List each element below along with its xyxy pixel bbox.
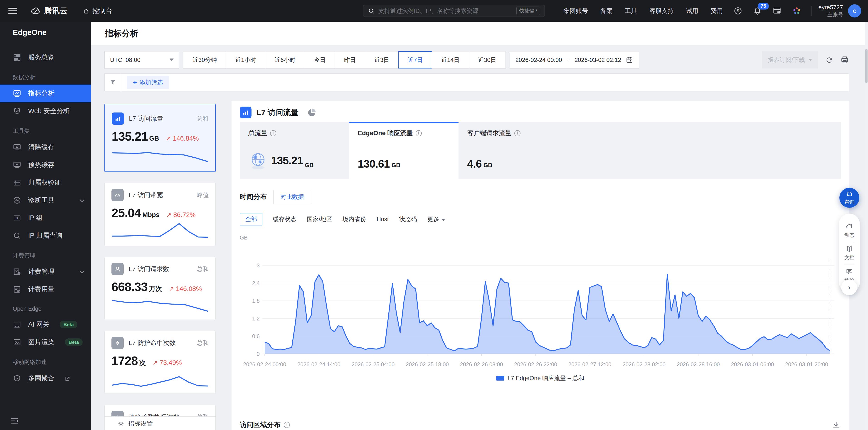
apps-pinwheel-button[interactable]	[792, 6, 802, 15]
dimension-tab[interactable]: 境内省份	[343, 215, 366, 223]
sidebar-item-label: 计费管理	[28, 267, 55, 276]
sparkline	[112, 368, 209, 390]
tencent-cloud-logo[interactable]: 腾讯云	[30, 6, 68, 16]
report-subscribe-button[interactable]: 报表订阅/下载	[762, 51, 818, 68]
time-range-button[interactable]: 昨日	[335, 51, 365, 68]
sidebar-item[interactable]: 指标分析	[0, 85, 91, 102]
dimension-tab[interactable]: Host	[377, 216, 389, 223]
refresh-button[interactable]	[825, 56, 834, 64]
console-link[interactable]: 控制台	[83, 6, 112, 15]
metric-change: ↗146.08%	[169, 285, 202, 293]
menu-icon[interactable]	[8, 8, 17, 14]
time-range-button[interactable]: 近3日	[365, 51, 399, 68]
topnav-item[interactable]: 客服支持	[649, 7, 674, 15]
metric-card[interactable]: L7 防护命中次数总和1728次↗73.49%	[104, 331, 216, 394]
traffic-tab-label: EdgeOne 响应流量 i	[358, 129, 450, 137]
time-range-button[interactable]: 今日	[305, 51, 335, 68]
time-range-button[interactable]: 近1小时	[226, 51, 265, 68]
globe-icon	[248, 151, 268, 170]
sidebar-item[interactable]: 多网聚合	[0, 369, 91, 387]
metric-card[interactable]: L7 访问流量总和135.21GB↗146.84%	[104, 104, 216, 172]
dimension-tab[interactable]: 更多	[427, 215, 445, 223]
metric-change: ↗73.49%	[153, 359, 182, 366]
topnav-item[interactable]: 备案	[600, 7, 613, 15]
time-section-title: 时间分布	[240, 192, 267, 202]
date-range-picker[interactable]: 2026-02-24 00:00 ~ 2026-03-02 02:12	[510, 51, 639, 68]
filter-funnel-icon[interactable]	[105, 74, 121, 91]
requests-icon	[114, 265, 121, 273]
target-icon	[114, 339, 121, 347]
sidebar-item[interactable]: 计费用量	[0, 280, 91, 298]
news-button[interactable]: 动态	[844, 220, 855, 242]
sidebar-item[interactable]: 计费管理	[0, 263, 91, 280]
sidebar-item[interactable]: IPIP 组	[0, 209, 91, 227]
time-range-button[interactable]: 近7日	[398, 51, 432, 68]
traffic-tab[interactable]: 总流量 i135.21GB	[240, 122, 349, 179]
dimension-tab[interactable]: 缓存状态	[273, 215, 297, 223]
timezone-select[interactable]: UTC+08:00	[104, 51, 179, 68]
sidebar-section-label: 移动网络加速	[0, 351, 91, 369]
legend-swatch	[496, 376, 504, 381]
panel-title: L7 访问流量	[256, 107, 299, 118]
metric-settings-button[interactable]: 指标设置	[104, 417, 216, 430]
time-range-button[interactable]: 近14日	[432, 51, 469, 68]
sidebar-item[interactable]: 诊断工具	[0, 191, 91, 209]
avatar[interactable]: e	[848, 4, 861, 18]
scrollbar-track[interactable]	[865, 22, 868, 430]
traffic-unit: GB	[484, 162, 492, 170]
add-filter-button[interactable]: + 添加筛选	[127, 76, 169, 89]
topnav-item[interactable]: 试用	[686, 7, 699, 15]
sidebar-item[interactable]: 预热缓存	[0, 156, 91, 174]
dimension-tab[interactable]: 状态码	[399, 215, 417, 223]
metric-value: 1728	[112, 354, 138, 368]
time-distribution-chart[interactable]: 00.61.21.82.432026-02-24 00:002026-02-24…	[240, 243, 842, 370]
billing-center-button[interactable]: S	[734, 6, 742, 15]
shield-icon	[13, 107, 21, 115]
notifications-button[interactable]: 75	[753, 6, 762, 15]
topnav-item[interactable]: 工具	[625, 7, 637, 15]
arrow-up-right-icon: ↗	[166, 211, 172, 219]
gauge-icon	[112, 189, 124, 201]
refresh-icon	[825, 56, 834, 64]
chart-legend[interactable]: L7 EdgeOne 响应流量 – 总和	[240, 374, 841, 382]
print-button[interactable]	[840, 56, 849, 64]
traffic-tab[interactable]: EdgeOne 响应流量 i130.61GB	[349, 122, 459, 179]
user-account[interactable]: eyre5727 主账号	[818, 4, 843, 18]
download-button[interactable]	[832, 421, 841, 430]
time-range-button[interactable]: 近30日	[469, 51, 506, 68]
compare-data-button[interactable]: 对比数据	[273, 190, 311, 204]
sidebar-item[interactable]: 服务总览	[0, 48, 91, 66]
docs-button[interactable]: 文档	[844, 242, 855, 264]
console-label: 控制台	[92, 6, 112, 15]
toolbar-right: 报表订阅/下载	[762, 51, 849, 68]
console-settings-button[interactable]	[772, 6, 781, 15]
metric-unit: Mbps	[142, 211, 160, 219]
expand-helpers-button[interactable]: ›	[841, 279, 857, 295]
traffic-tab[interactable]: 客户端请求流量 i4.6GB	[459, 122, 568, 179]
caret-down-icon	[441, 219, 445, 221]
time-range-button[interactable]: 近6小时	[265, 51, 305, 68]
sidebar-item[interactable]: 图片渲染Beta	[0, 333, 91, 351]
sidebar-item[interactable]: 归属权验证	[0, 174, 91, 191]
traffic-tab-label: 客户端请求流量 i	[467, 129, 559, 137]
topnav-item[interactable]: 费用	[711, 7, 723, 15]
sidebar-collapse-button[interactable]	[10, 417, 19, 426]
beta-badge: Beta	[65, 338, 83, 346]
usage-icon	[13, 285, 21, 294]
metric-card[interactable]: L7 访问带宽峰值25.04Mbps↗86.72%	[104, 183, 216, 246]
scrollbar-thumb[interactable]	[865, 49, 868, 83]
search-input[interactable]: 支持通过实例ID、IP、名称等搜索资源 快捷键 /	[363, 5, 545, 17]
sidebar-item[interactable]: 清除缓存	[0, 138, 91, 156]
dimension-tab[interactable]: 国家/地区	[307, 215, 332, 223]
sidebar-item[interactable]: AI 网关Beta	[0, 316, 91, 333]
sidebar-item[interactable]: IP 归属查询	[0, 227, 91, 244]
metric-card[interactable]: L7 访问请求数总和668.33万次↗146.08%	[104, 257, 216, 320]
metric-value: 668.33	[112, 279, 148, 294]
pie-chart-icon[interactable]	[307, 107, 317, 118]
consult-button[interactable]: 咨询	[839, 188, 859, 208]
funnel-icon	[109, 78, 117, 86]
dimension-tab[interactable]: 全部	[240, 213, 262, 225]
time-range-button[interactable]: 近30分钟	[183, 51, 226, 68]
sidebar-item[interactable]: Web 安全分析	[0, 102, 91, 120]
topnav-item[interactable]: 集团账号	[564, 7, 588, 15]
